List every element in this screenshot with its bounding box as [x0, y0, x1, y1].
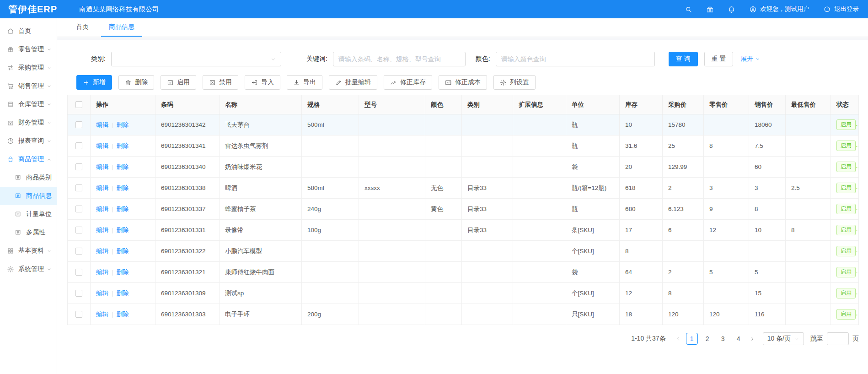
export-button[interactable]: 导出 [287, 75, 322, 90]
delete-link[interactable]: 删除 [117, 227, 129, 233]
sidebar-item-measure-unit[interactable]: 计量单位 [0, 205, 57, 223]
enable-button[interactable]: 启用 [161, 75, 196, 90]
sidebar-item-finance[interactable]: 财务管理 [0, 114, 57, 132]
jump-page-input[interactable] [827, 332, 849, 345]
edit-link[interactable]: 编辑 [96, 248, 108, 255]
cell-barcode: 6901236301342 [155, 114, 220, 136]
prev-page-button[interactable] [672, 333, 684, 345]
row-checkbox[interactable] [75, 206, 82, 212]
sidebar-item-label: 商品管理 [18, 155, 44, 163]
keyword-input[interactable] [333, 52, 466, 66]
row-checkbox[interactable] [75, 248, 82, 255]
cell-barcode: 6901236301331 [155, 220, 220, 241]
sidebar-item-goods[interactable]: 商品管理 [0, 150, 57, 168]
disable-button[interactable]: 禁用 [203, 75, 238, 90]
list-icon [15, 174, 22, 181]
search-icon[interactable] [685, 5, 692, 13]
action-divider: | [112, 227, 113, 233]
cell-spec [302, 262, 359, 283]
delete-link[interactable]: 删除 [117, 269, 129, 276]
tab-home[interactable]: 首页 [68, 18, 96, 37]
fix-cost-button[interactable]: 修正成本 [439, 75, 487, 90]
edit-link[interactable]: 编辑 [96, 269, 108, 276]
select-all-checkbox[interactable] [75, 101, 82, 108]
bank-icon[interactable] [706, 5, 714, 13]
row-checkbox[interactable] [75, 184, 82, 191]
cell-min [786, 114, 831, 136]
tab-goods-info[interactable]: 商品信息 [101, 18, 142, 37]
sidebar-item-report[interactable]: 报表查询 [0, 132, 57, 150]
delete-link[interactable]: 删除 [117, 163, 129, 170]
fix-stock-button[interactable]: 修正库存 [384, 75, 432, 90]
reset-button[interactable]: 重 置 [704, 52, 734, 66]
delete-link[interactable]: 删除 [117, 206, 129, 212]
add-button[interactable]: 新增 [76, 75, 112, 90]
column-settings-button[interactable]: 列设置 [493, 75, 536, 90]
cell-model [359, 199, 425, 220]
expand-link[interactable]: 展开 [740, 55, 761, 63]
sidebar-item-goods-info[interactable]: 商品信息 [0, 187, 57, 205]
row-checkbox[interactable] [75, 290, 82, 297]
edit-link[interactable]: 编辑 [96, 163, 108, 170]
status-badge: 启用 [836, 246, 856, 256]
edit-link[interactable]: 编辑 [96, 121, 108, 128]
delete-link[interactable]: 删除 [117, 290, 129, 297]
edit-link[interactable]: 编辑 [96, 142, 108, 149]
row-checkbox[interactable] [75, 121, 82, 128]
delete-button[interactable]: 删除 [118, 75, 154, 90]
cell-name: 小鹏汽车模型 [220, 241, 302, 262]
keyword-label: 关键词: [306, 55, 327, 63]
header-cell: 规格 [302, 95, 359, 114]
cell-sale: 5 [749, 262, 786, 283]
sidebar-item-goods-category[interactable]: 商品类别 [0, 168, 57, 187]
color-input[interactable] [496, 52, 655, 66]
sidebar-item-home[interactable]: 首页 [0, 22, 57, 40]
sidebar-item-sales[interactable]: 销售管理 [0, 77, 57, 95]
cell-checkbox [68, 304, 91, 325]
edit-link[interactable]: 编辑 [96, 290, 108, 297]
page-button-4[interactable]: 4 [733, 333, 745, 345]
sidebar-item-purchase[interactable]: 采购管理 [0, 59, 57, 77]
edit-link[interactable]: 编辑 [96, 227, 108, 233]
next-page-button[interactable] [746, 333, 758, 345]
table-row: 编辑|删除6901236301340奶油味爆米花袋20129.9960启用 [68, 157, 859, 178]
app-logo[interactable]: 管伊佳ERP [8, 3, 57, 16]
delete-link[interactable]: 删除 [117, 248, 129, 255]
row-checkbox[interactable] [75, 163, 82, 170]
cell-spec [302, 241, 359, 262]
logout-button[interactable]: 退出登录 [823, 5, 859, 13]
page-button-2[interactable]: 2 [702, 333, 713, 345]
search-button[interactable]: 查 询 [669, 52, 698, 66]
welcome-user[interactable]: 欢迎您，测试用户 [749, 5, 809, 13]
edit-link[interactable]: 编辑 [96, 206, 108, 212]
sidebar-item-multi-attr[interactable]: 多属性 [0, 223, 57, 242]
page-button-3[interactable]: 3 [717, 333, 729, 345]
sidebar-item-retail[interactable]: 零售管理 [0, 40, 57, 59]
category-select[interactable] [111, 52, 281, 66]
row-checkbox[interactable] [75, 269, 82, 276]
sidebar-item-warehouse[interactable]: 仓库管理 [0, 95, 57, 114]
cell-barcode: 6901236301309 [155, 283, 220, 304]
row-checkbox[interactable] [75, 311, 82, 318]
sidebar-item-basic-data[interactable]: 基本资料 [0, 242, 57, 260]
row-checkbox[interactable] [75, 227, 82, 233]
sidebar-item-system[interactable]: 系统管理 [0, 260, 57, 278]
delete-link[interactable]: 删除 [117, 142, 129, 149]
delete-link[interactable]: 删除 [117, 311, 129, 318]
batch-edit-button[interactable]: 批量编辑 [329, 75, 377, 90]
cell-purchase: 6 [663, 220, 704, 241]
cell-spec: 240g [302, 199, 359, 220]
bell-icon[interactable] [728, 5, 735, 13]
edit-link[interactable]: 编辑 [96, 184, 108, 191]
delete-link[interactable]: 删除 [117, 121, 129, 128]
cell-unit: 瓶 [566, 136, 620, 157]
edit-link[interactable]: 编辑 [96, 311, 108, 318]
import-button[interactable]: 导入 [245, 75, 280, 90]
cell-unit: 瓶/(箱=12瓶) [566, 178, 620, 199]
button-label: 修正成本 [455, 78, 481, 87]
page-button-1[interactable]: 1 [686, 333, 698, 345]
cell-ext [513, 199, 566, 220]
page-size-select[interactable]: 10 条/页 [763, 332, 804, 345]
row-checkbox[interactable] [75, 142, 82, 149]
delete-link[interactable]: 删除 [117, 184, 129, 191]
